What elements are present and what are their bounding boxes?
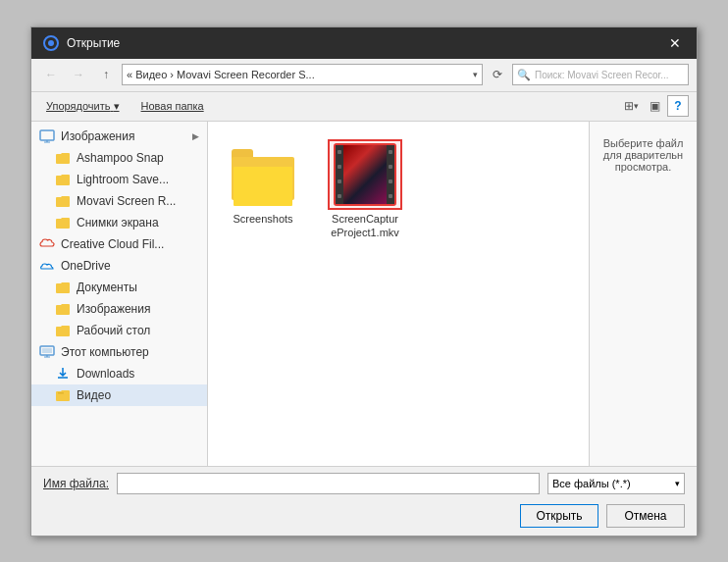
sidebar-item-images[interactable]: Изображения ▶ xyxy=(31,126,207,147)
sidebar-item-onedrive[interactable]: OneDrive xyxy=(31,255,207,277)
view-icon: ⊞ xyxy=(624,99,634,113)
sidebar-item-movavi[interactable]: Movavi Screen R... xyxy=(31,190,207,212)
svg-rect-5 xyxy=(58,392,64,394)
sidebar-item-ashampoo[interactable]: Ashampoo Snap xyxy=(31,147,207,169)
folder-icon-ashampoo xyxy=(55,150,71,166)
sidebar: Изображения ▶ Ashampoo Snap Lightroom Sa… xyxy=(31,122,208,466)
creative-cloud-icon xyxy=(39,236,55,252)
pane-button[interactable]: ▣ xyxy=(644,95,665,117)
close-button[interactable]: ✕ xyxy=(665,33,685,53)
film-hole xyxy=(389,165,392,169)
sidebar-item-lightroom[interactable]: Lightroom Save... xyxy=(31,169,207,190)
film-hole xyxy=(338,194,341,198)
filename-input[interactable] xyxy=(117,473,540,494)
preview-text: Выберите файл для дварительн просмотра. xyxy=(598,137,689,173)
film-hole xyxy=(389,150,392,154)
sidebar-label-etot-kompyuter: Этот компьютер xyxy=(61,345,199,359)
sidebar-item-etot-kompyuter[interactable]: Этот компьютер xyxy=(31,341,207,363)
navigation-toolbar: ← → ↑ « Видео › Movavi Screen Recorder S… xyxy=(31,59,697,92)
folder-icon-izobrazheniya xyxy=(55,301,71,317)
sidebar-label-video: Видео xyxy=(77,388,199,402)
sidebar-label-snimki: Снимки экрана xyxy=(77,216,199,230)
svg-rect-2 xyxy=(40,130,54,140)
film-hole xyxy=(338,165,341,169)
folder-icon-lightroom xyxy=(55,172,71,187)
sidebar-label-movavi: Movavi Screen R... xyxy=(77,194,199,208)
file-item-screencapture[interactable]: ScreenCaptureProject1.mkv xyxy=(326,137,404,244)
breadcrumb-dropdown-arrow[interactable]: ▾ xyxy=(473,70,478,79)
help-button[interactable]: ? xyxy=(667,95,689,117)
screenshots-folder-icon xyxy=(232,149,294,200)
film-hole xyxy=(338,179,341,183)
sidebar-item-snimki[interactable]: Снимки экрана xyxy=(31,212,207,233)
onedrive-icon xyxy=(39,258,55,274)
folder-icon-rabochiy-stol xyxy=(55,323,71,338)
sidebar-label-izobrazheniya: Изображения xyxy=(77,302,199,316)
sidebar-item-video[interactable]: Видео xyxy=(31,384,207,406)
search-placeholder: Поиск: Movavi Screen Recor... xyxy=(535,70,669,80)
monitor-icon xyxy=(39,128,55,144)
sidebar-label-downloads: Downloads xyxy=(77,367,199,381)
filetype-arrow: ▾ xyxy=(675,479,680,488)
sidebar-item-izobrazheniya[interactable]: Изображения xyxy=(31,298,207,320)
sidebar-label-rabochiy-stol: Рабочий стол xyxy=(77,324,199,337)
main-content: Изображения ▶ Ashampoo Snap Lightroom Sa… xyxy=(31,122,697,466)
video-file-icon xyxy=(334,143,396,206)
forward-button[interactable]: → xyxy=(67,63,90,86)
computer-icon xyxy=(39,344,55,360)
folder-icon-snimki xyxy=(55,215,71,230)
organize-button[interactable]: Упорядочить ▾ xyxy=(39,97,127,116)
title-bar-left: Открытие xyxy=(43,35,120,51)
video-thumbnail xyxy=(343,145,387,204)
file-item-screenshots[interactable]: Screenshots xyxy=(224,137,302,230)
breadcrumb-bar[interactable]: « Видео › Movavi Screen Recorder S... ▾ xyxy=(122,64,483,85)
sidebar-label-creative-cloud: Creative Cloud Fil... xyxy=(61,237,199,251)
film-hole xyxy=(338,150,341,154)
open-dialog: Открытие ✕ ← → ↑ « Видео › Movavi Screen… xyxy=(30,26,698,536)
sidebar-item-creative-cloud[interactable]: Creative Cloud Fil... xyxy=(31,233,207,255)
file-area: Screenshots xyxy=(208,122,589,466)
sidebar-item-rabochiy-stol[interactable]: Рабочий стол xyxy=(31,320,207,341)
expand-images-arrow: ▶ xyxy=(192,131,199,141)
filetype-select[interactable]: Все файлы (*.*) ▾ xyxy=(547,473,685,494)
sidebar-label-images: Изображения xyxy=(61,129,186,143)
title-bar: Открытие ✕ xyxy=(31,27,697,59)
filename-bar: Имя файла: Все файлы (*.*) ▾ xyxy=(31,466,697,500)
sidebar-item-downloads[interactable]: Downloads xyxy=(31,363,207,384)
folder-icon-wrapper-screenshots xyxy=(228,141,298,208)
downloads-icon xyxy=(55,366,71,382)
video-icon-wrapper xyxy=(330,141,400,208)
filename-label: Имя файла: xyxy=(43,477,109,490)
search-bar[interactable]: 🔍 Поиск: Movavi Screen Recor... xyxy=(512,64,689,85)
dialog-title: Открытие xyxy=(67,36,120,50)
film-hole xyxy=(389,194,392,198)
search-icon: 🔍 xyxy=(517,69,531,81)
action-buttons: Открыть Отмена xyxy=(31,500,697,536)
back-button[interactable]: ← xyxy=(39,63,63,86)
sidebar-label-lightroom: Lightroom Save... xyxy=(77,173,199,186)
screencapture-label: ScreenCaptureProject1.mkv xyxy=(330,212,400,240)
file-grid: Screenshots xyxy=(208,122,589,466)
film-strip-left xyxy=(336,145,343,204)
pane-icon: ▣ xyxy=(650,99,660,113)
svg-rect-4 xyxy=(42,348,52,353)
view-toggle-button[interactable]: ⊞ ▾ xyxy=(620,95,642,117)
up-button[interactable]: ↑ xyxy=(94,63,118,86)
open-button[interactable]: Открыть xyxy=(520,504,598,528)
organize-arrow: ▾ xyxy=(114,100,120,112)
folder-icon-dokumenty xyxy=(55,280,71,295)
screenshots-label: Screenshots xyxy=(233,212,292,226)
cancel-button[interactable]: Отмена xyxy=(606,504,685,528)
film-strip-right xyxy=(387,145,394,204)
chrome-icon xyxy=(43,35,59,51)
filetype-label: Все файлы (*.*) xyxy=(552,478,631,489)
sidebar-label-onedrive: OneDrive xyxy=(61,259,199,273)
preview-panel: Выберите файл для дварительн просмотра. xyxy=(589,122,697,466)
new-folder-button[interactable]: Новая папка xyxy=(134,97,211,115)
svg-point-1 xyxy=(48,40,54,46)
folder-body-inner xyxy=(234,167,292,206)
sidebar-item-dokumenty[interactable]: Документы xyxy=(31,277,207,298)
folder-icon-video xyxy=(55,387,71,403)
breadcrumb-text: « Видео › Movavi Screen Recorder S... xyxy=(127,69,469,80)
refresh-button[interactable]: ⟳ xyxy=(487,64,508,85)
